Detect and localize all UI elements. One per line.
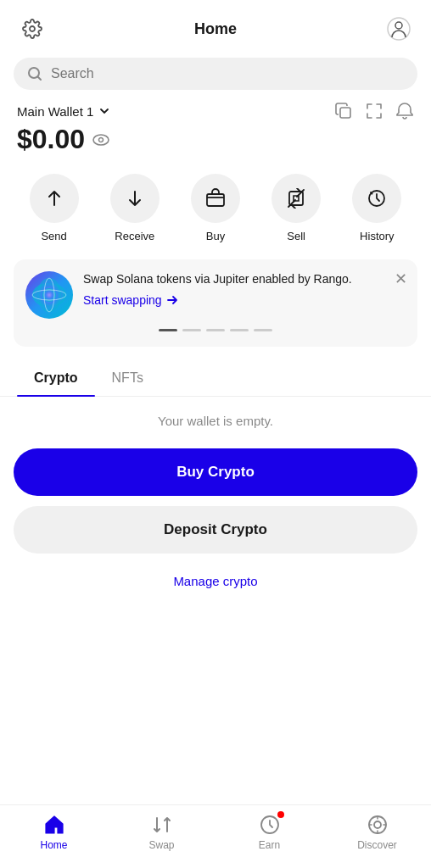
promo-banner: Swap Solana tokens via Jupiter enabled b… bbox=[14, 259, 417, 347]
receive-action[interactable]: Receive bbox=[110, 174, 160, 242]
svg-point-5 bbox=[99, 137, 104, 142]
expand-icon[interactable] bbox=[365, 102, 383, 120]
banner-logo bbox=[25, 271, 73, 319]
banner-link[interactable]: Start swapping bbox=[83, 293, 406, 307]
settings-icon[interactable] bbox=[17, 14, 48, 44]
balance-amount: $0.00 bbox=[17, 124, 85, 155]
search-input[interactable] bbox=[51, 66, 404, 81]
nav-earn[interactable]: Earn bbox=[244, 814, 295, 851]
profile-icon[interactable] bbox=[383, 14, 414, 44]
sell-action[interactable]: Sell bbox=[271, 174, 321, 242]
nav-discover[interactable]: Discover bbox=[352, 814, 403, 851]
history-action[interactable]: History bbox=[352, 174, 401, 242]
copy-icon[interactable] bbox=[334, 102, 353, 120]
banner-close[interactable]: ✕ bbox=[395, 270, 407, 288]
visibility-icon[interactable] bbox=[92, 131, 110, 149]
chevron-down-icon bbox=[98, 105, 110, 117]
tabs: Crypto NFTs bbox=[0, 360, 431, 397]
bell-icon[interactable] bbox=[395, 102, 414, 120]
svg-point-17 bbox=[374, 821, 381, 828]
svg-rect-6 bbox=[207, 194, 224, 206]
manage-crypto-link[interactable]: Manage crypto bbox=[0, 567, 431, 595]
svg-rect-3 bbox=[340, 108, 350, 118]
buy-crypto-button[interactable]: Buy Crypto bbox=[14, 448, 417, 496]
bottom-nav: Home Swap Earn Discover bbox=[0, 804, 431, 868]
empty-wallet-text: Your wallet is empty. bbox=[0, 414, 431, 428]
svg-point-4 bbox=[93, 135, 109, 145]
banner-title: Swap Solana tokens via Jupiter enabled b… bbox=[83, 271, 406, 288]
send-action[interactable]: Send bbox=[30, 174, 79, 242]
deposit-crypto-button[interactable]: Deposit Crypto bbox=[14, 506, 417, 554]
search-icon bbox=[27, 66, 42, 81]
banner-dots bbox=[25, 329, 406, 331]
page-title: Home bbox=[194, 20, 237, 38]
wallet-name[interactable]: Main Wallet 1 bbox=[17, 104, 110, 119]
nav-swap[interactable]: Swap bbox=[137, 814, 188, 851]
tab-crypto[interactable]: Crypto bbox=[17, 360, 95, 396]
buy-action[interactable]: Buy bbox=[191, 174, 240, 242]
tab-nfts[interactable]: NFTs bbox=[95, 360, 160, 396]
svg-point-2 bbox=[29, 68, 39, 78]
svg-point-1 bbox=[395, 22, 402, 29]
nav-home[interactable]: Home bbox=[29, 814, 80, 851]
search-bar[interactable] bbox=[14, 58, 417, 90]
quick-actions: Send Receive Buy bbox=[0, 169, 431, 259]
